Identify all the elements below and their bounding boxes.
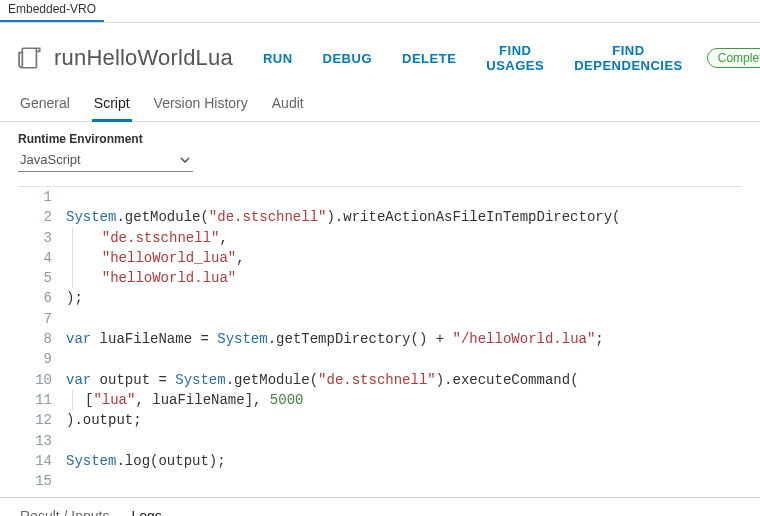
debug-button[interactable]: DEBUG [313, 45, 382, 72]
line-number: 1 [18, 187, 66, 207]
line-number: 14 [18, 451, 66, 471]
line-number: 11 [18, 390, 66, 410]
line-number: 12 [18, 410, 66, 430]
tab-general[interactable]: General [18, 89, 72, 121]
chevron-down-icon [179, 154, 191, 166]
tab-script[interactable]: Script [92, 89, 132, 122]
page-title: runHelloWorldLua [54, 45, 233, 71]
find-usages-button[interactable]: FIND USAGES [476, 37, 554, 79]
run-button[interactable]: RUN [253, 45, 303, 72]
line-number: 2 [18, 207, 66, 227]
tab-result-inputs[interactable]: Result / Inputs [20, 508, 110, 516]
line-number: 9 [18, 349, 66, 369]
status-badge: Completed [707, 48, 760, 68]
line-number: 3 [18, 228, 66, 248]
tab-version-history[interactable]: Version History [152, 89, 250, 121]
main-tabs: General Script Version History Audit [0, 89, 760, 122]
line-number: 13 [18, 431, 66, 451]
runtime-select[interactable]: JavaScript [18, 150, 193, 172]
line-number: 10 [18, 370, 66, 390]
breadcrumb[interactable]: Embedded-VRO [0, 0, 104, 22]
svg-rect-0 [22, 48, 36, 68]
find-dependencies-button[interactable]: FIND DEPENDENCIES [564, 37, 693, 79]
tab-audit[interactable]: Audit [270, 89, 306, 121]
line-number: 5 [18, 268, 66, 288]
header: runHelloWorldLua RUN DEBUG DELETE FIND U… [0, 23, 760, 89]
line-number: 7 [18, 309, 66, 329]
runtime-value: JavaScript [20, 152, 81, 167]
line-number: 15 [18, 471, 66, 491]
tab-logs[interactable]: Logs [132, 508, 162, 516]
line-number: 8 [18, 329, 66, 349]
line-number: 4 [18, 248, 66, 268]
code-editor[interactable]: 1 2System.getModule("de.stschnell").writ… [18, 186, 742, 491]
line-number: 6 [18, 288, 66, 308]
runtime-label: Runtime Environment [18, 132, 742, 146]
delete-button[interactable]: DELETE [392, 45, 466, 72]
script-icon [18, 45, 44, 71]
output-tabs: Result / Inputs Logs [0, 497, 760, 516]
